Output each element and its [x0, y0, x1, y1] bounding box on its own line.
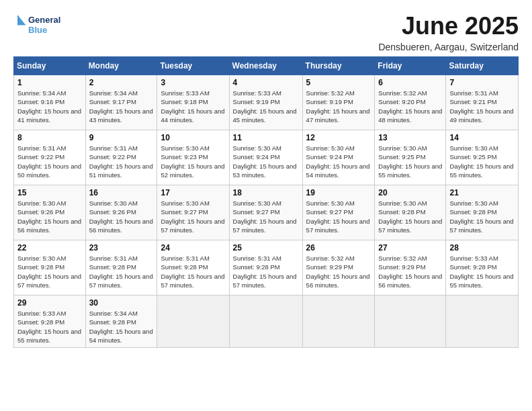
week-row-3: 15 Sunrise: 5:30 AMSunset: 9:26 PMDaylig… [14, 185, 519, 240]
day-info: Sunrise: 5:34 AMSunset: 9:17 PMDaylight:… [89, 89, 153, 124]
day-number: 21 [449, 188, 515, 197]
day-info: Sunrise: 5:31 AMSunset: 9:28 PMDaylight:… [89, 255, 153, 289]
weekday-header-thursday: Thursday [302, 57, 375, 75]
calendar-cell: 15 Sunrise: 5:30 AMSunset: 9:26 PMDaylig… [14, 185, 86, 240]
day-info: Sunrise: 5:34 AMSunset: 9:28 PMDaylight:… [89, 310, 153, 344]
location-title: Densbueren, Aargau, Switzerland [378, 42, 519, 52]
day-number: 22 [17, 243, 82, 253]
calendar-cell: 24 Sunrise: 5:31 AMSunset: 9:28 PMDaylig… [157, 240, 229, 295]
day-number: 19 [306, 188, 371, 197]
calendar-cell: 4 Sunrise: 5:33 AMSunset: 9:19 PMDayligh… [229, 75, 302, 130]
calendar-cell [446, 295, 519, 348]
calendar-cell: 10 Sunrise: 5:30 AMSunset: 9:23 PMDaylig… [157, 130, 229, 185]
day-number: 7 [449, 78, 515, 87]
day-number: 28 [449, 243, 515, 253]
calendar-page: General Blue June 2025 Densbueren, Aarga… [0, 0, 532, 411]
calendar-cell: 14 Sunrise: 5:30 AMSunset: 9:25 PMDaylig… [446, 130, 519, 185]
day-number: 5 [306, 78, 371, 87]
day-info: Sunrise: 5:33 AMSunset: 9:19 PMDaylight:… [233, 89, 297, 124]
calendar-cell: 27 Sunrise: 5:32 AMSunset: 9:29 PMDaylig… [375, 240, 446, 295]
day-info: Sunrise: 5:31 AMSunset: 9:21 PMDaylight:… [449, 89, 513, 124]
day-info: Sunrise: 5:30 AMSunset: 9:25 PMDaylight:… [449, 144, 513, 179]
day-info: Sunrise: 5:34 AMSunset: 9:16 PMDaylight:… [17, 89, 81, 124]
day-info: Sunrise: 5:30 AMSunset: 9:26 PMDaylight:… [89, 199, 153, 234]
calendar-cell: 17 Sunrise: 5:30 AMSunset: 9:27 PMDaylig… [157, 185, 229, 240]
day-number: 1 [17, 78, 82, 87]
day-info: Sunrise: 5:32 AMSunset: 9:29 PMDaylight:… [306, 255, 370, 289]
calendar-table: SundayMondayTuesdayWednesdayThursdayFrid… [13, 56, 519, 348]
calendar-cell: 7 Sunrise: 5:31 AMSunset: 9:21 PMDayligh… [446, 75, 519, 130]
day-info: Sunrise: 5:33 AMSunset: 9:28 PMDaylight:… [17, 310, 81, 344]
weekday-header-friday: Friday [375, 57, 446, 75]
day-info: Sunrise: 5:30 AMSunset: 9:27 PMDaylight:… [233, 199, 297, 234]
day-number: 17 [161, 188, 225, 197]
calendar-cell: 19 Sunrise: 5:30 AMSunset: 9:27 PMDaylig… [302, 185, 375, 240]
month-title: June 2025 [378, 12, 519, 40]
day-info: Sunrise: 5:30 AMSunset: 9:26 PMDaylight:… [17, 199, 81, 234]
calendar-cell: 28 Sunrise: 5:33 AMSunset: 9:28 PMDaylig… [446, 240, 519, 295]
day-number: 9 [89, 133, 154, 142]
day-number: 13 [378, 133, 442, 142]
day-number: 25 [233, 243, 299, 253]
svg-marker-2 [17, 15, 26, 25]
day-info: Sunrise: 5:30 AMSunset: 9:27 PMDaylight:… [306, 199, 370, 234]
week-row-5: 29 Sunrise: 5:33 AMSunset: 9:28 PMDaylig… [14, 295, 519, 348]
day-info: Sunrise: 5:30 AMSunset: 9:28 PMDaylight:… [17, 255, 81, 289]
calendar-cell: 20 Sunrise: 5:30 AMSunset: 9:28 PMDaylig… [375, 185, 446, 240]
calendar-cell [375, 295, 446, 348]
day-info: Sunrise: 5:32 AMSunset: 9:19 PMDaylight:… [306, 89, 370, 124]
calendar-cell: 2 Sunrise: 5:34 AMSunset: 9:17 PMDayligh… [85, 75, 157, 130]
day-number: 24 [161, 243, 225, 253]
calendar-cell: 11 Sunrise: 5:30 AMSunset: 9:24 PMDaylig… [229, 130, 302, 185]
day-number: 2 [89, 78, 154, 87]
calendar-cell: 22 Sunrise: 5:30 AMSunset: 9:28 PMDaylig… [14, 240, 86, 295]
calendar-cell [302, 295, 375, 348]
day-number: 8 [17, 133, 82, 142]
calendar-cell [229, 295, 302, 348]
day-number: 16 [89, 188, 154, 197]
weekday-header-row: SundayMondayTuesdayWednesdayThursdayFrid… [14, 57, 519, 75]
day-number: 12 [306, 133, 371, 142]
calendar-cell: 18 Sunrise: 5:30 AMSunset: 9:27 PMDaylig… [229, 185, 302, 240]
calendar-cell: 30 Sunrise: 5:34 AMSunset: 9:28 PMDaylig… [85, 295, 157, 348]
calendar-cell: 1 Sunrise: 5:34 AMSunset: 9:16 PMDayligh… [14, 75, 86, 130]
calendar-cell: 3 Sunrise: 5:33 AMSunset: 9:18 PMDayligh… [157, 75, 229, 130]
weekday-header-tuesday: Tuesday [157, 57, 229, 75]
calendar-cell: 5 Sunrise: 5:32 AMSunset: 9:19 PMDayligh… [302, 75, 375, 130]
day-info: Sunrise: 5:30 AMSunset: 9:28 PMDaylight:… [378, 199, 442, 234]
calendar-cell: 29 Sunrise: 5:33 AMSunset: 9:28 PMDaylig… [14, 295, 86, 348]
calendar-cell: 25 Sunrise: 5:31 AMSunset: 9:28 PMDaylig… [229, 240, 302, 295]
calendar-cell: 8 Sunrise: 5:31 AMSunset: 9:22 PMDayligh… [14, 130, 86, 185]
logo-area: General Blue [13, 12, 74, 38]
day-info: Sunrise: 5:31 AMSunset: 9:22 PMDaylight:… [89, 144, 153, 179]
weekday-header-saturday: Saturday [446, 57, 519, 75]
day-number: 20 [378, 188, 442, 197]
day-info: Sunrise: 5:30 AMSunset: 9:23 PMDaylight:… [161, 144, 224, 179]
calendar-cell: 6 Sunrise: 5:32 AMSunset: 9:20 PMDayligh… [375, 75, 446, 130]
day-number: 10 [161, 133, 225, 142]
day-info: Sunrise: 5:33 AMSunset: 9:28 PMDaylight:… [449, 255, 513, 289]
day-number: 6 [378, 78, 442, 87]
day-number: 23 [89, 243, 154, 253]
calendar-cell: 23 Sunrise: 5:31 AMSunset: 9:28 PMDaylig… [85, 240, 157, 295]
day-number: 11 [233, 133, 299, 142]
day-number: 27 [378, 243, 442, 253]
calendar-cell: 12 Sunrise: 5:30 AMSunset: 9:24 PMDaylig… [302, 130, 375, 185]
title-area: June 2025 Densbueren, Aargau, Switzerlan… [378, 12, 519, 52]
svg-text:Blue: Blue [28, 25, 47, 35]
day-number: 30 [89, 298, 154, 308]
header-area: General Blue June 2025 Densbueren, Aarga… [13, 12, 519, 52]
calendar-cell: 26 Sunrise: 5:32 AMSunset: 9:29 PMDaylig… [302, 240, 375, 295]
weekday-header-sunday: Sunday [14, 57, 86, 75]
day-number: 14 [449, 133, 515, 142]
day-info: Sunrise: 5:30 AMSunset: 9:28 PMDaylight:… [449, 199, 513, 234]
calendar-cell: 16 Sunrise: 5:30 AMSunset: 9:26 PMDaylig… [85, 185, 157, 240]
calendar-cell: 13 Sunrise: 5:30 AMSunset: 9:25 PMDaylig… [375, 130, 446, 185]
weekday-header-wednesday: Wednesday [229, 57, 302, 75]
calendar-cell [157, 295, 229, 348]
svg-text:General: General [28, 15, 60, 25]
day-info: Sunrise: 5:30 AMSunset: 9:27 PMDaylight:… [161, 199, 224, 234]
day-number: 15 [17, 188, 82, 197]
day-info: Sunrise: 5:30 AMSunset: 9:24 PMDaylight:… [306, 144, 370, 179]
day-info: Sunrise: 5:33 AMSunset: 9:18 PMDaylight:… [161, 89, 224, 124]
